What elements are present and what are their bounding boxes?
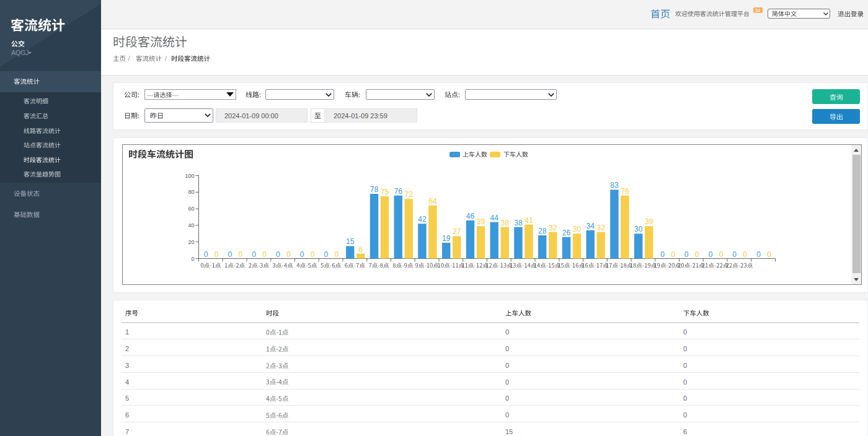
svg-text:42: 42	[418, 215, 427, 224]
svg-text:0: 0	[252, 250, 256, 259]
svg-text:0: 0	[732, 250, 737, 259]
svg-text:32: 32	[597, 224, 606, 232]
svg-text:64: 64	[428, 197, 437, 206]
svg-text:0: 0	[311, 250, 315, 259]
svg-text:0: 0	[743, 250, 747, 259]
svg-text:0: 0	[276, 250, 280, 259]
svg-text:44: 44	[490, 214, 499, 222]
svg-text:0: 0	[660, 250, 665, 259]
svg-text:41: 41	[525, 216, 533, 225]
svg-text:26: 26	[562, 229, 571, 237]
svg-text:30: 30	[634, 225, 643, 233]
svg-text:0: 0	[695, 250, 699, 259]
svg-text:6: 6	[358, 245, 363, 254]
svg-text:0: 0	[756, 250, 761, 259]
svg-text:20: 20	[188, 239, 194, 245]
svg-text:0: 0	[300, 250, 304, 259]
svg-text:0: 0	[324, 250, 329, 259]
svg-text:19: 19	[442, 234, 451, 243]
svg-text:0: 0	[239, 250, 243, 259]
svg-text:27: 27	[453, 227, 461, 236]
svg-text:32: 32	[549, 224, 557, 232]
svg-text:72: 72	[405, 190, 414, 199]
svg-text:39: 39	[645, 217, 653, 226]
svg-text:0: 0	[262, 250, 267, 259]
svg-text:0: 0	[286, 250, 291, 259]
svg-text:0: 0	[767, 250, 771, 259]
svg-text:0: 0	[684, 250, 689, 259]
svg-text:40: 40	[188, 222, 194, 229]
svg-text:75: 75	[381, 188, 389, 196]
svg-text:78: 78	[370, 185, 379, 194]
svg-text:60: 60	[188, 206, 194, 212]
svg-text:83: 83	[610, 181, 619, 190]
svg-text:15: 15	[346, 237, 355, 246]
svg-text:0: 0	[709, 250, 713, 259]
svg-text:0: 0	[719, 250, 724, 259]
svg-text:76: 76	[394, 187, 403, 196]
svg-text:38: 38	[501, 219, 510, 227]
svg-text:30: 30	[573, 225, 582, 233]
svg-text:0: 0	[215, 250, 219, 259]
svg-text:100: 100	[185, 173, 194, 179]
svg-text:0: 0	[228, 250, 232, 259]
svg-text:38: 38	[514, 219, 523, 227]
svg-text:80: 80	[188, 189, 194, 195]
svg-text:39: 39	[477, 217, 485, 226]
svg-text:0: 0	[204, 250, 208, 259]
svg-text:0: 0	[191, 256, 194, 262]
svg-text:46: 46	[466, 212, 475, 220]
svg-text:0: 0	[671, 250, 675, 259]
svg-text:28: 28	[538, 227, 547, 235]
svg-text:0: 0	[335, 250, 339, 259]
svg-text:76: 76	[621, 187, 629, 196]
svg-text:34: 34	[587, 222, 595, 230]
